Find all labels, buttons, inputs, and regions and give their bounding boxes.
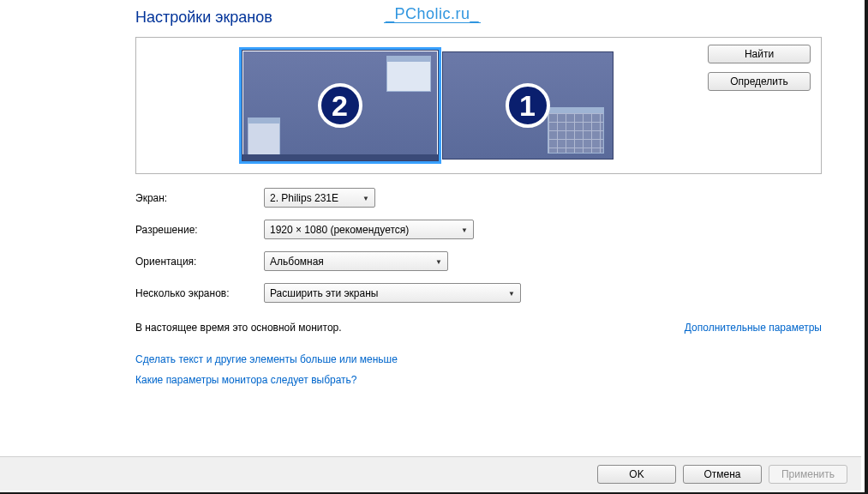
monitor-1[interactable]: 1 [442,51,614,160]
primary-monitor-note: В настоящее время это основной монитор. [135,322,664,334]
display-select-value: 2. Philips 231E [270,192,338,204]
window-icon [386,56,431,92]
dialog-footer: OK Отмена Применить [0,456,861,491]
resize-text-link[interactable]: Сделать текст и другие элементы больше и… [135,353,398,365]
monitor-number-badge: 2 [318,83,362,128]
identify-button[interactable]: Определить [708,72,811,91]
display-settings-window: _PCholic.ru_ Настройки экранов 2 1 Найти… [0,0,868,494]
display-select[interactable]: 2. Philips 231E [264,188,375,208]
watermark: _PCholic.ru_ [0,5,865,23]
monitor-number-badge: 1 [506,83,550,128]
orientation-select[interactable]: Альбомная [264,251,448,271]
taskbar-icon [242,154,438,160]
monitor-2[interactable]: 2 [242,50,439,161]
resolution-select-value: 1920 × 1080 (рекомендуется) [270,224,409,236]
multiple-displays-label: Несколько экранов: [135,287,264,299]
window-icon [248,117,280,157]
ok-button[interactable]: OK [597,465,676,484]
multiple-displays-select[interactable]: Расширить эти экраны [264,283,521,303]
advanced-settings-link[interactable]: Дополнительные параметры [685,322,822,334]
orientation-select-value: Альбомная [270,256,324,268]
orientation-label: Ориентация: [135,256,264,268]
resolution-label: Разрешение: [135,224,264,236]
window-icon [548,107,604,154]
resolution-select[interactable]: 1920 × 1080 (рекомендуется) [264,220,474,239]
display-label: Экран: [135,192,264,204]
cancel-button[interactable]: Отмена [683,465,762,484]
detect-button[interactable]: Найти [708,45,811,63]
multiple-displays-select-value: Расширить эти экраны [270,287,378,299]
which-settings-link[interactable]: Какие параметры монитора следует выбрать… [135,374,357,386]
monitor-preview-area: 2 1 Найти Определить [135,37,822,174]
apply-button[interactable]: Применить [769,465,847,484]
